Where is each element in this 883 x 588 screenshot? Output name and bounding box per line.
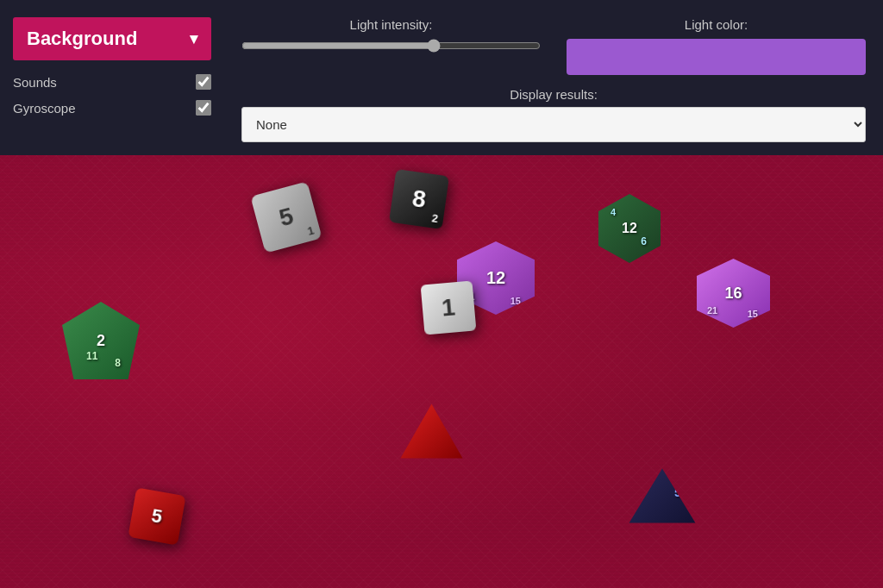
sounds-checkbox[interactable]: [196, 74, 211, 90]
sounds-label: Sounds: [13, 75, 57, 90]
die-darkgreen-d12-alt: 4: [611, 207, 616, 217]
light-color-section: Light color:: [567, 17, 866, 78]
controls-top-row: Light intensity: Light color:: [241, 17, 866, 78]
die-gray-d6-sub: 1: [306, 224, 316, 238]
die-purple-d20-sub2: 15: [510, 296, 521, 306]
chevron-down-icon: ▾: [190, 29, 197, 48]
die-white-d6-value: 1: [441, 293, 456, 322]
gyroscope-row: Gyroscope: [13, 100, 211, 116]
control-bar: Background ▾ Sounds Gyroscope Light inte…: [0, 0, 883, 155]
die-red-d4-value: 5: [452, 416, 464, 443]
gyroscope-label: Gyroscope: [13, 101, 76, 116]
die-purple-d20-right-sub1: 21: [707, 305, 717, 316]
die-darkgreen-d12-sub: 6: [641, 235, 647, 247]
die-green-d10[interactable]: 2 11 8: [62, 302, 140, 379]
die-red-d4[interactable]: 5: [399, 401, 464, 461]
die-green-d10-value: 2: [97, 332, 105, 350]
background-label: Background: [27, 28, 137, 50]
die-small-red-d6-value: 5: [150, 504, 165, 529]
die-purple-d20-right-value: 16: [724, 285, 742, 303]
die-navy-d8-value: 8: [700, 483, 711, 505]
light-intensity-slider[interactable]: [241, 39, 541, 53]
right-panel: Light intensity: Light color: Display re…: [224, 9, 883, 151]
light-intensity-label: Light intensity:: [241, 17, 541, 32]
die-purple-d20-large-value: 12: [486, 268, 505, 288]
die-white-d6[interactable]: 1: [421, 280, 477, 335]
background-dropdown[interactable]: Background ▾: [13, 17, 211, 60]
die-darkgreen-d12[interactable]: 12 6 4: [595, 194, 664, 263]
left-panel: Background ▾ Sounds Gyroscope: [0, 9, 224, 134]
light-color-label: Light color:: [567, 17, 866, 32]
die-gray-d6-value: 5: [276, 203, 296, 233]
die-purple-d20-right-sub2: 15: [748, 309, 758, 319]
die-black-d6[interactable]: 8 2: [389, 169, 449, 229]
display-results-section: Display results: None Total Individual B…: [241, 87, 866, 142]
light-intensity-section: Light intensity:: [241, 17, 541, 56]
sounds-row: Sounds: [13, 74, 211, 90]
light-color-swatch[interactable]: [567, 39, 866, 75]
die-purple-d20-right[interactable]: 16 21 15: [697, 259, 770, 328]
die-navy-d8[interactable]: 5 8: [628, 466, 697, 526]
die-green-d10-sub2: 8: [115, 357, 121, 369]
die-green-d10-sub1: 11: [86, 350, 97, 362]
die-black-d6-sub: 2: [431, 211, 439, 225]
dice-scene: 5 1 8 2 12 6 4 2 11 8 12 1 15 1 16 21 15…: [0, 155, 883, 588]
display-results-label: Display results:: [241, 87, 866, 102]
die-gray-d6[interactable]: 5 1: [250, 181, 322, 253]
gyroscope-checkbox[interactable]: [196, 100, 211, 116]
die-black-d6-value: 8: [410, 185, 428, 214]
die-small-red-d6[interactable]: 5: [128, 487, 185, 545]
die-darkgreen-d12-value: 12: [622, 221, 637, 236]
die-navy-d8-sub: 5: [674, 485, 681, 499]
display-results-select[interactable]: None Total Individual Both: [241, 107, 866, 142]
